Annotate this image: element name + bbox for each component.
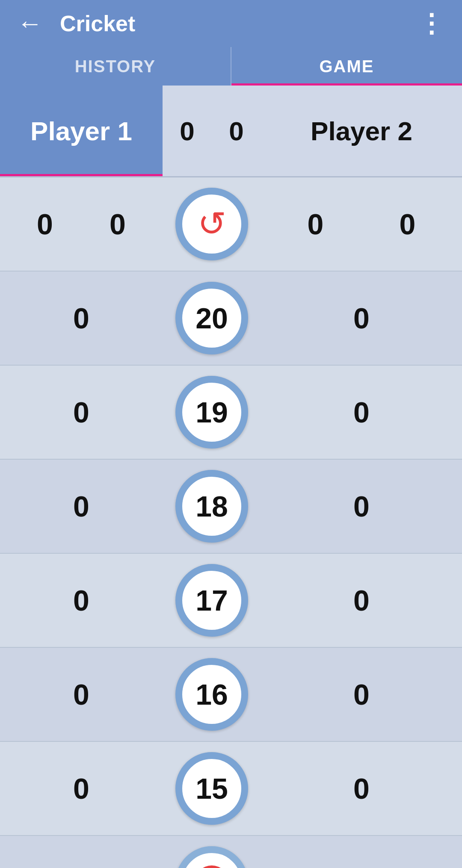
reset-left1: 0 [28, 207, 62, 241]
header-score1: 0 [180, 116, 194, 146]
row18-left: 0 [0, 490, 163, 523]
row20-left: 0 [0, 301, 163, 335]
number-15-label: 15 [195, 772, 228, 805]
row19-left: 0 [0, 396, 163, 429]
rowbull-btn-wrap [163, 846, 261, 868]
number-18-button[interactable]: 18 [175, 470, 248, 543]
header-score2: 0 [229, 116, 243, 146]
row17-score-right: 0 [344, 584, 379, 617]
row16-btn-wrap: 16 [163, 658, 261, 731]
number-17-label: 17 [195, 584, 228, 617]
tab-history[interactable]: HISTORY [0, 47, 231, 86]
number-16-button[interactable]: 16 [175, 658, 248, 731]
row15-score-left: 0 [64, 772, 98, 805]
player1-name: Player 1 [30, 116, 132, 146]
more-menu-button[interactable]: ⋮ [418, 9, 445, 38]
header-scores: 0 0 [163, 86, 261, 176]
app-title: Cricket [60, 11, 418, 36]
number-19-button[interactable]: 19 [175, 376, 248, 449]
number-15-button[interactable]: 15 [175, 752, 248, 825]
row16-score-left: 0 [64, 678, 98, 711]
bull-inner-circle [195, 865, 229, 868]
reset-icon: ↺ [198, 207, 226, 241]
row-20: 0 20 0 [0, 272, 462, 366]
number-20-label: 20 [195, 301, 228, 335]
row15-left: 0 [0, 772, 163, 805]
bull-button[interactable] [175, 846, 248, 868]
row15-score-right: 0 [344, 772, 379, 805]
reset-btn-wrap: ↺ [163, 188, 261, 260]
player2-name: Player 2 [311, 116, 412, 146]
reset-button[interactable]: ↺ [175, 188, 248, 260]
row-18: 0 18 0 [0, 460, 462, 554]
row19-score-left: 0 [64, 396, 98, 429]
row-15: 0 15 0 [0, 742, 462, 836]
rowbull-score-left: 0 [64, 866, 98, 868]
row18-score-right: 0 [344, 490, 379, 523]
row19-right: 0 [261, 396, 462, 429]
row15-btn-wrap: 15 [163, 752, 261, 825]
row18-score-left: 0 [64, 490, 98, 523]
reset-left2: 0 [101, 207, 135, 241]
top-bar: ← Cricket ⋮ [0, 0, 462, 47]
row-19: 0 19 0 [0, 366, 462, 460]
row-17: 0 17 0 [0, 554, 462, 648]
row19-btn-wrap: 19 [163, 376, 261, 449]
tab-game[interactable]: GAME [231, 47, 462, 86]
back-button[interactable]: ← [17, 11, 43, 36]
player1-header: Player 1 [0, 86, 163, 176]
rowbull-score-right: 0 [344, 866, 379, 868]
row18-btn-wrap: 18 [163, 470, 261, 543]
row-16: 0 16 0 [0, 648, 462, 742]
number-20-button[interactable]: 20 [175, 282, 248, 354]
number-18-label: 18 [195, 490, 228, 523]
row16-left: 0 [0, 678, 163, 711]
reset-left-scores: 0 0 [0, 207, 163, 241]
row15-right: 0 [261, 772, 462, 805]
tab-bar: HISTORY GAME [0, 47, 462, 86]
row18-right: 0 [261, 490, 462, 523]
row17-left: 0 [0, 584, 163, 617]
row20-right: 0 [261, 301, 462, 335]
game-rows: 0 0 ↺ 0 0 0 20 0 0 [0, 177, 462, 868]
row17-right: 0 [261, 584, 462, 617]
player2-header: Player 2 [261, 86, 462, 176]
reset-right2: 0 [391, 207, 425, 241]
rowbull-right: 0 [261, 866, 462, 868]
row17-btn-wrap: 17 [163, 564, 261, 637]
reset-right1: 0 [299, 207, 333, 241]
reset-right-scores: 0 0 [261, 207, 462, 241]
row-reset: 0 0 ↺ 0 0 [0, 177, 462, 272]
player-header-row: Player 1 0 0 Player 2 [0, 86, 462, 177]
row20-btn-wrap: 20 [163, 282, 261, 354]
row16-right: 0 [261, 678, 462, 711]
rowbull-left: 0 [0, 866, 163, 868]
number-19-label: 19 [195, 396, 228, 429]
row-bull: 0 0 [0, 836, 462, 868]
number-16-label: 16 [195, 678, 228, 711]
row19-score-right: 0 [344, 396, 379, 429]
number-17-button[interactable]: 17 [175, 564, 248, 637]
row17-score-left: 0 [64, 584, 98, 617]
row20-score-right: 0 [344, 301, 379, 335]
row20-score-left: 0 [64, 301, 98, 335]
row16-score-right: 0 [344, 678, 379, 711]
